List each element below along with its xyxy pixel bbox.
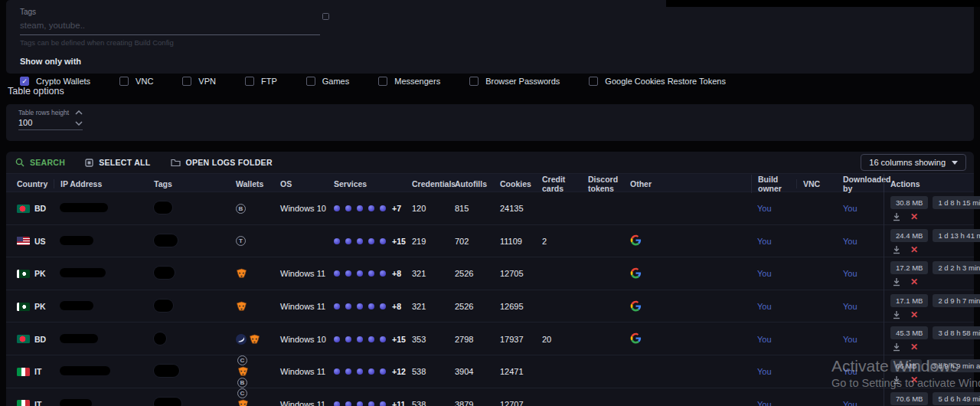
log-age-badge: 1 d 13 h 41 min ago bbox=[933, 229, 980, 242]
credentials-cell: 321 bbox=[412, 302, 455, 311]
filter-checkbox[interactable]: VPN bbox=[182, 77, 216, 86]
column-header-wallets[interactable]: Wallets bbox=[236, 179, 280, 188]
tags-hint: Tags can be defined when creating Build … bbox=[20, 38, 974, 47]
column-header-ip-address[interactable]: IP Address bbox=[54, 179, 154, 188]
google-icon bbox=[630, 332, 642, 344]
delete-icon[interactable]: ✕ bbox=[910, 212, 918, 221]
filter-checkbox[interactable]: Messengers bbox=[378, 77, 440, 86]
column-header-tags[interactable]: Tags bbox=[154, 179, 236, 188]
log-size-badge: 30.8 MB bbox=[890, 196, 928, 209]
open-logs-folder-button[interactable]: OPEN LOGS FOLDER bbox=[171, 158, 273, 167]
country-flag-icon bbox=[17, 303, 30, 311]
delete-icon[interactable]: ✕ bbox=[910, 245, 918, 254]
delete-icon[interactable]: ✕ bbox=[910, 310, 918, 319]
delete-icon[interactable]: ✕ bbox=[910, 342, 918, 352]
table-row[interactable]: PK Windows 11 +8 321 2526 12705 You You bbox=[6, 257, 974, 290]
column-header-autofills[interactable]: Autofills bbox=[455, 179, 500, 188]
download-icon[interactable] bbox=[892, 342, 901, 352]
country-cell: US bbox=[17, 237, 60, 246]
build-owner-link[interactable]: You bbox=[757, 400, 802, 406]
service-dot-icon bbox=[334, 303, 340, 309]
table-row[interactable]: BD Windows 10 +15 353 2798 17937 20 You … bbox=[6, 323, 974, 355]
ip-cell bbox=[60, 236, 154, 247]
downloaded-by-link[interactable]: You bbox=[843, 269, 884, 278]
columns-showing-dropdown[interactable]: 16 columns showing bbox=[861, 154, 966, 171]
blue-round-wallet-icon bbox=[236, 334, 247, 345]
log-age-badge: 3 d 8 h 58 min ago bbox=[933, 326, 980, 339]
column-header-credit-cards[interactable]: Credit cards bbox=[542, 175, 588, 193]
table-row[interactable]: IT CB Windows 11 +11 538 3879 12707 You … bbox=[6, 388, 974, 406]
select-all-button[interactable]: SELECT ALL bbox=[85, 158, 150, 167]
column-header-credentials[interactable]: Credentials bbox=[412, 179, 455, 188]
downloaded-by-link[interactable]: You bbox=[843, 204, 884, 213]
table-row[interactable]: US T +15 219 702 11109 2 You You 2 bbox=[6, 225, 974, 258]
column-header-actions[interactable]: Actions bbox=[884, 174, 974, 193]
letter-C-wallet-icon: C bbox=[237, 355, 247, 365]
filter-label: FTP bbox=[261, 77, 277, 86]
downloaded-by-link[interactable]: You bbox=[843, 400, 884, 406]
tags-cell bbox=[154, 300, 236, 313]
checkbox-icon bbox=[245, 77, 254, 86]
downloaded-by-link[interactable]: You bbox=[843, 302, 884, 311]
column-header-os[interactable]: OS bbox=[280, 179, 334, 188]
column-header-discord-tokens[interactable]: Discord tokens bbox=[588, 175, 630, 193]
column-header-vnc[interactable]: VNC bbox=[796, 179, 843, 188]
wallets-cell: B bbox=[236, 204, 280, 214]
chevron-down-icon[interactable] bbox=[75, 121, 83, 126]
download-icon[interactable] bbox=[892, 212, 901, 221]
service-dot-icon bbox=[357, 270, 363, 277]
filter-checkbox[interactable]: Browser Passwords bbox=[469, 77, 560, 86]
filter-checkbox[interactable]: VNC bbox=[119, 77, 153, 86]
log-size-badge: 24.4 MB bbox=[890, 229, 928, 242]
actions-cell: 30.8 MB 1 d 8 h 15 min ago ✕ bbox=[884, 192, 980, 225]
chevron-up-icon[interactable] bbox=[75, 110, 83, 115]
service-dot-icon bbox=[345, 238, 351, 244]
delete-icon[interactable]: ✕ bbox=[910, 277, 918, 286]
table-row[interactable]: IT CB Windows 11 +12 538 3904 12471 You … bbox=[6, 355, 974, 388]
build-owner-link[interactable]: You bbox=[757, 237, 802, 246]
filter-checkbox[interactable]: ✓ Crypto Wallets bbox=[20, 77, 90, 86]
column-header-build-owner[interactable]: Build owner bbox=[751, 175, 802, 193]
build-owner-link[interactable]: You bbox=[757, 204, 802, 213]
country-cell: PK bbox=[17, 269, 60, 278]
country-cell: BD bbox=[17, 335, 60, 344]
rows-height-value[interactable]: 100 bbox=[18, 118, 69, 127]
service-dot-icon bbox=[357, 205, 363, 211]
action-badges: 17.2 MB 2 d 2 h 3 min ago bbox=[890, 261, 980, 274]
column-header-cookies[interactable]: Cookies bbox=[500, 179, 542, 188]
table-row[interactable]: BD B Windows 10 +7 120 815 24135 You You bbox=[6, 192, 974, 225]
column-header-downloaded-by[interactable]: Downloaded by bbox=[843, 175, 884, 193]
build-owner-link[interactable]: You bbox=[757, 302, 802, 311]
downloaded-by-link[interactable]: You bbox=[843, 237, 884, 246]
credentials-cell: 219 bbox=[412, 237, 455, 246]
delete-icon[interactable]: ✕ bbox=[910, 375, 918, 385]
filter-checkbox[interactable]: Google Cookies Restore Tokens bbox=[589, 77, 726, 86]
table-header-row: CountryIP AddressTagsWalletsOSServicesCr… bbox=[6, 173, 974, 192]
columns-showing-label: 16 columns showing bbox=[869, 158, 946, 167]
download-icon[interactable] bbox=[892, 375, 901, 385]
downloaded-by-link[interactable]: You bbox=[843, 335, 884, 344]
ip-redacted-bar bbox=[60, 268, 106, 277]
table-row[interactable]: PK Windows 11 +8 321 2526 12695 You You bbox=[6, 290, 974, 323]
filter-checkbox[interactable]: FTP bbox=[245, 77, 277, 86]
build-owner-link[interactable]: You bbox=[757, 335, 802, 344]
download-icon[interactable] bbox=[892, 245, 901, 254]
build-owner-link[interactable]: You bbox=[757, 367, 802, 376]
download-icon[interactable] bbox=[892, 310, 901, 319]
filter-label: VNC bbox=[136, 77, 153, 86]
column-header-other[interactable]: Other bbox=[630, 179, 757, 188]
metamask-wallet-icon bbox=[236, 301, 247, 312]
country-cell: PK bbox=[17, 302, 60, 311]
column-header-services[interactable]: Services bbox=[334, 179, 412, 188]
search-button[interactable]: SEARCH bbox=[15, 158, 65, 167]
tags-input[interactable] bbox=[20, 21, 320, 30]
log-age-badge: 2 d 2 h 3 min ago bbox=[933, 261, 980, 274]
table-toolbar: SEARCH SELECT ALL OPEN LOGS FOLDER 16 co… bbox=[6, 152, 974, 173]
download-icon[interactable] bbox=[892, 277, 901, 286]
downloaded-by-link[interactable]: You bbox=[843, 367, 884, 376]
build-owner-link[interactable]: You bbox=[757, 269, 802, 278]
top-checkbox[interactable] bbox=[322, 13, 329, 20]
action-badges: 17.1 MB 2 d 9 h 7 min ago bbox=[890, 294, 980, 307]
tag-redacted-bar bbox=[154, 365, 179, 377]
filter-checkbox[interactable]: Games bbox=[306, 77, 349, 86]
